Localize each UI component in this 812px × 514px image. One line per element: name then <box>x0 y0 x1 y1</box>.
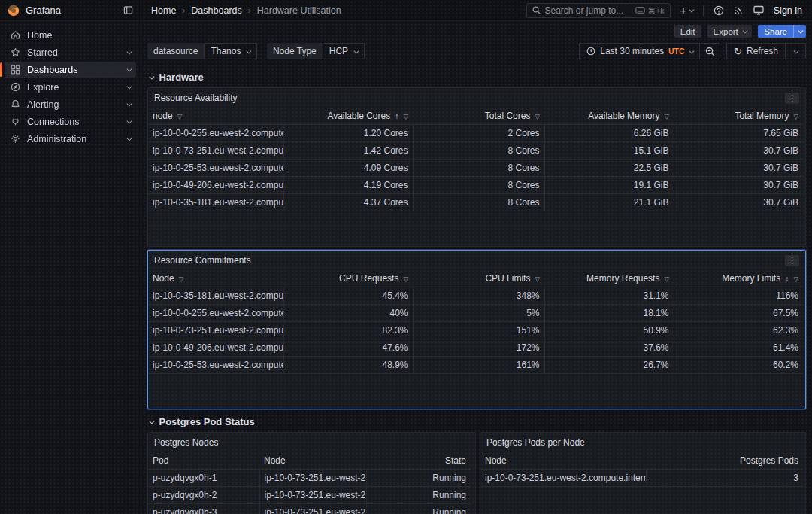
table-cell: 45.4% <box>283 287 413 304</box>
news-rss-icon[interactable] <box>734 5 744 15</box>
edit-button[interactable]: Edit <box>674 25 701 38</box>
postgres-pods-per-node-table: NodePostgres Podsip-10-0-73-251.eu-west-… <box>480 452 803 487</box>
breadcrumb-dashboards[interactable]: Dashboards <box>191 5 241 16</box>
table-cell: 19.1 GiB <box>544 176 674 193</box>
table-cell: ip-10-0-25-53.eu-west-2.compute.internal <box>148 356 283 373</box>
column-header-memory-limits[interactable]: Memory Limits↓▽ <box>674 270 803 287</box>
share-button[interactable]: Share <box>758 25 793 38</box>
panel-postgres-pods-per-node: Postgres Pods per Node NodePostgres Pods… <box>480 432 806 514</box>
table-cell: 30.7 GiB <box>674 193 803 211</box>
export-button[interactable]: Export <box>707 25 753 38</box>
help-icon[interactable] <box>714 5 724 16</box>
table-cell: 6.26 GiB <box>544 124 674 141</box>
sidebar-toggle-icon[interactable] <box>123 5 133 15</box>
zoom-out-button[interactable] <box>700 44 720 59</box>
table-cell: 2 Cores <box>413 124 544 141</box>
share-menu-button[interactable] <box>793 25 806 38</box>
node-type-variable-picker[interactable]: Node Type HCP <box>267 43 365 59</box>
column-header-pod[interactable]: Pod <box>148 452 259 469</box>
panel-title[interactable]: Resource Commitments <box>154 255 251 266</box>
table-cell: 4.19 Cores <box>283 176 413 193</box>
time-range-picker[interactable]: Last 30 minutes UTC <box>580 44 699 59</box>
column-header-state[interactable]: State <box>366 452 471 469</box>
column-header-memory-requests[interactable]: Memory Requests▽ <box>544 270 674 287</box>
column-header-node[interactable]: Node <box>480 452 646 469</box>
table-row: ip-10-0-73-251.eu-west-2.compute.interna… <box>148 141 803 159</box>
sidebar-item-dashboards[interactable]: Dashboards <box>5 62 136 78</box>
sign-in-button[interactable]: Sign in <box>774 5 802 16</box>
variable-label: datasource <box>147 43 204 59</box>
refresh-button[interactable]: ↻ Refresh <box>727 44 785 59</box>
panel-title[interactable]: Resource Availability <box>154 93 238 103</box>
table-cell: 8 Cores <box>413 141 544 159</box>
filter-icon[interactable]: ▽ <box>179 275 184 283</box>
column-header-cpu-requests[interactable]: CPU Requests▽ <box>283 270 413 287</box>
sidebar-item-administration[interactable]: Administration <box>5 131 136 147</box>
column-header-available-cores[interactable]: Available Cores↑▽ <box>283 108 413 124</box>
column-header-total-cores[interactable]: Total Cores▽ <box>413 108 544 124</box>
column-header-node[interactable]: Node▽ <box>148 270 283 287</box>
filter-icon[interactable]: ▽ <box>177 113 183 120</box>
table-row: ip-10-0-73-251.eu-west-2.compute.interna… <box>148 321 803 339</box>
filter-icon[interactable]: ▽ <box>664 113 669 120</box>
panel-menu-kebab-icon[interactable]: ⋮ <box>785 255 799 266</box>
table-row: ip-10-0-0-255.eu-west-2.compute.internal… <box>148 304 803 321</box>
refresh-interval-button[interactable] <box>786 44 805 59</box>
table-cell: p-uzydqvgx0h-3 <box>148 503 259 514</box>
chevron-down-icon <box>150 419 154 424</box>
panel-title[interactable]: Postgres Pods per Node <box>486 437 585 448</box>
table-cell: 22.5 GiB <box>544 159 674 176</box>
sidebar-item-connections[interactable]: Connections <box>5 114 136 129</box>
dashboard-toolbar: Edit Export Share <box>141 21 812 38</box>
section-postgres-pod-status[interactable]: Postgres Pod Status <box>141 409 812 432</box>
chevron-down-icon <box>126 136 131 141</box>
filter-icon[interactable]: ▽ <box>403 275 408 283</box>
plug-icon <box>11 117 20 126</box>
table-cell: 40% <box>283 304 413 321</box>
section-hardware[interactable]: Hardware <box>141 65 812 87</box>
sort-asc-icon[interactable]: ↑ <box>395 111 398 120</box>
column-header-node[interactable]: Node <box>259 452 366 469</box>
filter-icon[interactable]: ▽ <box>664 275 669 283</box>
search-input[interactable]: Search or jump to... ⌘+k <box>526 3 671 18</box>
grafana-logo-icon[interactable] <box>8 5 20 17</box>
variable-value: HCP <box>329 46 348 56</box>
filter-icon[interactable]: ▽ <box>403 113 408 120</box>
column-header-available-memory[interactable]: Available Memory▽ <box>544 108 674 124</box>
table-cell: 1.20 Cores <box>283 124 413 141</box>
filter-icon[interactable]: ▽ <box>793 275 798 283</box>
filter-icon[interactable]: ▽ <box>793 113 798 120</box>
table-cell: 8 Cores <box>413 176 544 193</box>
sidebar-item-explore[interactable]: Explore <box>5 79 136 95</box>
sort-desc-icon[interactable]: ↓ <box>785 274 789 283</box>
search-icon <box>532 6 541 14</box>
sidebar-item-alerting[interactable]: Alerting <box>5 96 136 112</box>
column-header-cpu-limits[interactable]: CPU Limits▽ <box>413 270 544 287</box>
table-row: p-uzydqvgx0h-1ip-10-0-73-251.eu-west-2.c… <box>148 469 471 486</box>
column-header-postgres-pods[interactable]: Postgres Pods <box>646 452 803 469</box>
chevron-down-icon <box>794 48 798 53</box>
sidebar-item-home[interactable]: Home <box>5 27 136 43</box>
panel-resource-commitments: Resource Commitments ⋮ Node▽CPU Requests… <box>147 250 806 409</box>
table-cell: Running <box>366 503 471 514</box>
column-header-node[interactable]: node▽ <box>148 108 283 124</box>
sidebar-item-starred[interactable]: Starred <box>5 44 136 60</box>
panel-resource-availability: Resource Availability ⋮ node▽Available C… <box>147 87 806 247</box>
sidebar-item-label: Alerting <box>27 99 59 110</box>
filter-icon[interactable]: ▽ <box>535 113 540 120</box>
clock-icon <box>586 47 595 56</box>
datasource-variable-picker[interactable]: datasource Thanos <box>147 43 257 59</box>
monitor-icon[interactable] <box>753 5 764 15</box>
filter-icon[interactable]: ▽ <box>535 275 540 283</box>
panel-menu-kebab-icon[interactable]: ⋮ <box>785 93 799 104</box>
table-cell: 151% <box>413 321 544 339</box>
table-cell: 26.7% <box>544 356 674 373</box>
column-header-total-memory[interactable]: Total Memory▽ <box>674 108 803 124</box>
table-row: ip-10-0-0-255.eu-west-2.compute.internal… <box>148 124 803 141</box>
new-menu-button[interactable]: + <box>680 5 693 16</box>
table-cell: 50.9% <box>544 321 674 339</box>
panel-title[interactable]: Postgres Nodes <box>154 437 218 448</box>
chevron-down-icon <box>150 75 154 79</box>
table-cell: ip-10-0-25-53.eu-west-2.compute.internal <box>148 159 283 176</box>
breadcrumb-home[interactable]: Home <box>151 5 176 16</box>
